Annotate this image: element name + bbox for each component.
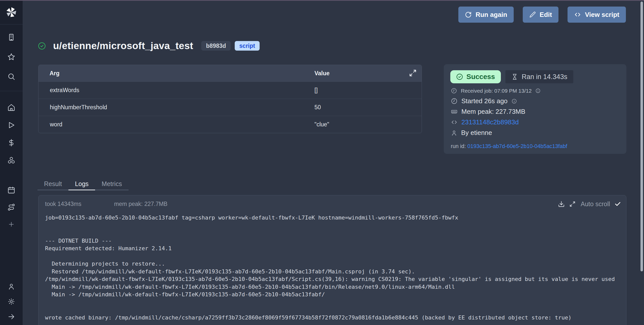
- sidebar-item-workspace[interactable]: [6, 31, 17, 43]
- toolbar: Run again Edit View script: [458, 7, 626, 23]
- memory-icon: [451, 108, 458, 115]
- home-icon: [7, 103, 15, 112]
- info-icon[interactable]: [535, 88, 541, 93]
- sidebar-item-home[interactable]: [6, 102, 17, 113]
- auto-scroll-label[interactable]: Auto scroll: [581, 200, 610, 208]
- args-col-value: Value: [314, 70, 330, 77]
- tab-logs[interactable]: Logs: [68, 178, 95, 190]
- mem-peak-line: Mem peak: 227.73MB: [451, 108, 620, 116]
- sidebar-item-favorites[interactable]: [6, 51, 17, 63]
- cubes-icon: [7, 156, 15, 164]
- check-circle-icon: [456, 73, 463, 80]
- script-hash-link[interactable]: 23131148c2b8983d: [461, 118, 519, 126]
- run-id-link[interactable]: 0193c135-ab7d-60e5-2b10-04b5ac13fabf: [467, 143, 567, 149]
- user-icon: [451, 130, 457, 136]
- received-label: Received job: 07:09 PM 13/12: [461, 88, 532, 94]
- edit-button[interactable]: Edit: [523, 7, 558, 23]
- sidebar-item-resources[interactable]: [6, 155, 17, 166]
- args-col-arg: Arg: [38, 70, 314, 77]
- sidebar-item-account[interactable]: [6, 281, 17, 292]
- args-table-header: Arg Value: [38, 65, 422, 82]
- arrow-right-icon: [8, 313, 15, 320]
- author-label: By etienne: [461, 129, 492, 137]
- arg-name: highNumberThreshold: [38, 104, 314, 111]
- log-took-label: took 14343ms: [45, 201, 81, 207]
- code-icon: [574, 11, 581, 18]
- started-label: Started 26s ago: [461, 97, 508, 105]
- result-tabs: Result Logs Metrics: [37, 178, 129, 190]
- script-hash-line: 23131148c2b8983d: [451, 118, 620, 126]
- title-row: u/etienne/microsoft_java_test b8983d scr…: [38, 40, 260, 51]
- script-hash-badge: b8983d: [201, 41, 231, 51]
- status-label: Success: [466, 73, 495, 81]
- run-id-line: run id: 0193c135-ab7d-60e5-2b10-04b5ac13…: [451, 143, 620, 150]
- clock-icon: [451, 98, 458, 104]
- plus-icon: [8, 221, 15, 228]
- calendar-icon: [7, 186, 15, 194]
- code-icon: [451, 119, 458, 126]
- windmill-logo[interactable]: [6, 7, 17, 19]
- windmill-run-page: Run again Edit View script u/e: [0, 0, 644, 325]
- run-id-label: run id:: [451, 143, 466, 149]
- sidebar: [0, 0, 23, 325]
- log-output: job=0193c135-ab7d-60e5-2b10-04b5ac13fabf…: [45, 214, 626, 321]
- edit-label: Edit: [540, 11, 552, 19]
- download-log-icon[interactable]: [558, 201, 565, 207]
- view-script-button[interactable]: View script: [568, 7, 626, 23]
- run-again-label: Run again: [475, 11, 507, 19]
- received-line: Received job: 07:09 PM 13/12: [451, 88, 620, 94]
- run-again-button[interactable]: Run again: [458, 7, 514, 23]
- log-mem-peak-label: mem peak: 227.7MB: [114, 201, 167, 207]
- sidebar-item-flows[interactable]: [6, 201, 17, 213]
- sidebar-item-schedules[interactable]: [6, 184, 17, 196]
- search-icon: [7, 73, 15, 81]
- duration-pill: Ran in 14.343s: [505, 70, 574, 83]
- log-actions: Auto scroll: [558, 200, 621, 208]
- tab-result[interactable]: Result: [37, 178, 68, 190]
- pinwheel-blades: [6, 7, 17, 18]
- mem-peak-label: Mem peak: 227.73MB: [461, 108, 525, 116]
- arg-value: 50: [314, 104, 321, 111]
- author-line: By etienne: [451, 129, 620, 137]
- refresh-icon: [465, 11, 472, 18]
- sidebar-item-collapse[interactable]: [6, 311, 17, 322]
- sidebar-separator: [0, 91, 23, 91]
- sidebar-item-runs[interactable]: [6, 119, 17, 131]
- sidebar-item-search[interactable]: [6, 71, 17, 82]
- run-info-card: Success Ran in 14.343s Received job: 07:…: [444, 64, 626, 154]
- user-icon: [8, 283, 15, 290]
- sidebar-separator: [0, 24, 23, 24]
- building-icon: [7, 33, 15, 41]
- auto-scroll-checkbox[interactable]: [614, 201, 621, 207]
- arg-value: []: [314, 87, 318, 94]
- window-top-accent: [0, 0, 644, 1]
- page-scrollbar-thumb[interactable]: [640, 2, 643, 271]
- log-panel: took 14343ms mem peak: 227.7MB Auto scro…: [38, 195, 626, 325]
- hourglass-icon: [511, 74, 518, 80]
- route-icon: [7, 203, 15, 211]
- gear-icon: [8, 298, 15, 305]
- status-badge: Success: [450, 70, 501, 83]
- page-title: u/etienne/microsoft_java_test: [53, 40, 193, 51]
- info-icon[interactable]: [511, 98, 517, 104]
- sidebar-item-settings[interactable]: [6, 296, 17, 307]
- table-row: word "clue": [38, 116, 422, 133]
- expand-log-icon[interactable]: [569, 201, 576, 207]
- table-row: highNumberThreshold 50: [38, 99, 422, 116]
- log-panel-header: took 14343ms mem peak: 227.7MB Auto scro…: [38, 195, 626, 208]
- star-icon: [7, 53, 15, 61]
- args-table: Arg Value extraWords [] highNumberThresh…: [38, 65, 422, 133]
- started-line: Started 26s ago: [451, 97, 620, 105]
- play-icon: [7, 121, 15, 129]
- expand-table-icon[interactable]: [409, 69, 417, 77]
- sidebar-item-variables[interactable]: [6, 137, 17, 149]
- success-check-circle-icon: [38, 42, 46, 50]
- status-row: Success Ran in 14.343s: [450, 70, 620, 83]
- job-kind-badge: script: [235, 41, 260, 51]
- sidebar-item-add[interactable]: [6, 219, 17, 230]
- tab-metrics[interactable]: Metrics: [95, 178, 129, 190]
- arg-name: extraWords: [38, 87, 314, 94]
- view-script-label: View script: [585, 11, 619, 19]
- table-row: extraWords []: [38, 82, 422, 99]
- pencil-icon: [529, 11, 536, 18]
